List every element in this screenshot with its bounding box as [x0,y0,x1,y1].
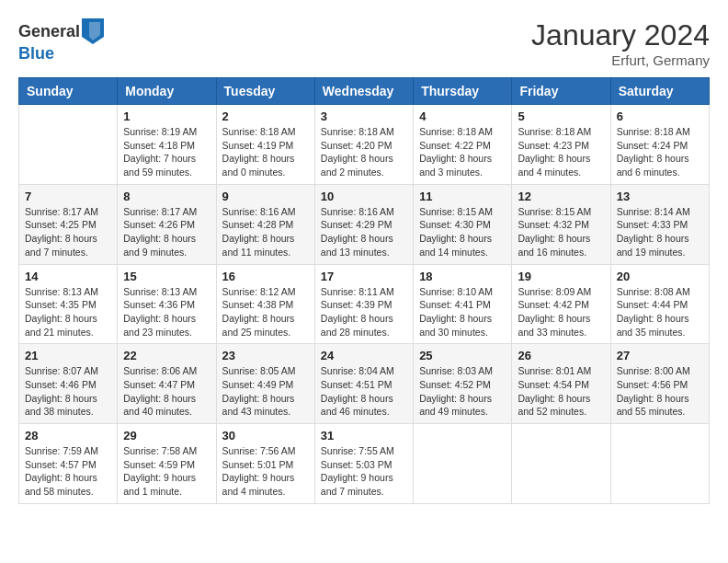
day-number: 24 [321,349,407,362]
logo-text: General Blue [18,18,104,63]
day-info: Sunrise: 8:18 AM Sunset: 4:19 PM Dayligh… [222,125,309,179]
header-wednesday: Wednesday [314,78,413,105]
month-year-title: January 2024 [531,18,710,52]
day-cell: 17Sunrise: 8:11 AM Sunset: 4:39 PM Dayli… [314,264,413,344]
day-cell: 11Sunrise: 8:15 AM Sunset: 4:30 PM Dayli… [414,184,512,264]
day-info: Sunrise: 8:10 AM Sunset: 4:41 PM Dayligh… [419,285,506,339]
day-info: Sunrise: 7:59 AM Sunset: 4:57 PM Dayligh… [25,444,111,499]
day-number: 21 [25,349,111,362]
day-number: 11 [419,190,506,203]
day-info: Sunrise: 8:17 AM Sunset: 4:25 PM Dayligh… [25,205,111,259]
day-info: Sunrise: 8:18 AM Sunset: 4:24 PM Dayligh… [617,125,703,179]
day-cell [512,424,610,504]
week-row-1: 1Sunrise: 8:19 AM Sunset: 4:18 PM Daylig… [19,105,710,185]
week-row-4: 21Sunrise: 8:07 AM Sunset: 4:46 PM Dayli… [19,344,710,424]
logo-general: General [18,22,80,41]
day-info: Sunrise: 8:14 AM Sunset: 4:33 PM Dayligh… [617,205,703,259]
day-number: 22 [123,349,210,362]
title-block: January 2024 Erfurt, Germany [531,18,710,68]
header-saturday: Saturday [610,78,709,105]
day-cell: 10Sunrise: 8:16 AM Sunset: 4:29 PM Dayli… [314,184,413,264]
day-number: 31 [321,429,407,442]
day-info: Sunrise: 8:16 AM Sunset: 4:29 PM Dayligh… [321,205,407,259]
day-info: Sunrise: 8:13 AM Sunset: 4:36 PM Dayligh… [123,285,210,339]
week-row-5: 28Sunrise: 7:59 AM Sunset: 4:57 PM Dayli… [19,424,710,504]
week-row-2: 7Sunrise: 8:17 AM Sunset: 4:25 PM Daylig… [19,184,710,264]
day-number: 17 [321,270,407,283]
day-cell: 12Sunrise: 8:15 AM Sunset: 4:32 PM Dayli… [512,184,610,264]
day-number: 6 [617,109,703,123]
day-cell [610,424,709,504]
day-cell: 21Sunrise: 8:07 AM Sunset: 4:46 PM Dayli… [19,344,118,424]
page-header: General Blue January 2024 Erfurt, German… [18,18,710,68]
day-info: Sunrise: 7:58 AM Sunset: 4:59 PM Dayligh… [123,444,210,499]
day-number: 20 [617,270,703,283]
header-thursday: Thursday [414,78,512,105]
day-info: Sunrise: 8:16 AM Sunset: 4:28 PM Dayligh… [222,205,309,259]
day-cell: 13Sunrise: 8:14 AM Sunset: 4:33 PM Dayli… [610,184,709,264]
day-info: Sunrise: 8:08 AM Sunset: 4:44 PM Dayligh… [617,285,703,339]
day-info: Sunrise: 8:12 AM Sunset: 4:38 PM Dayligh… [222,285,309,339]
day-cell: 15Sunrise: 8:13 AM Sunset: 4:36 PM Dayli… [118,264,216,344]
day-cell: 29Sunrise: 7:58 AM Sunset: 4:59 PM Dayli… [118,424,216,504]
day-info: Sunrise: 7:55 AM Sunset: 5:03 PM Dayligh… [321,444,407,499]
day-number: 1 [123,109,210,123]
day-cell: 25Sunrise: 8:03 AM Sunset: 4:52 PM Dayli… [414,344,512,424]
day-number: 13 [617,190,703,203]
day-number: 9 [222,190,309,203]
day-cell: 23Sunrise: 8:05 AM Sunset: 4:49 PM Dayli… [216,344,314,424]
day-number: 26 [518,349,604,362]
day-cell [19,105,118,185]
day-cell: 24Sunrise: 8:04 AM Sunset: 4:51 PM Dayli… [314,344,413,424]
day-number: 19 [518,270,604,283]
day-info: Sunrise: 8:09 AM Sunset: 4:42 PM Dayligh… [518,285,604,339]
day-cell: 18Sunrise: 8:10 AM Sunset: 4:41 PM Dayli… [414,264,512,344]
day-number: 30 [222,429,309,442]
day-cell: 7Sunrise: 8:17 AM Sunset: 4:25 PM Daylig… [19,184,118,264]
header-friday: Friday [512,78,610,105]
day-cell: 31Sunrise: 7:55 AM Sunset: 5:03 PM Dayli… [314,424,413,504]
day-info: Sunrise: 7:56 AM Sunset: 5:01 PM Dayligh… [222,444,309,499]
day-number: 16 [222,270,309,283]
day-number: 5 [518,109,604,123]
day-cell: 28Sunrise: 7:59 AM Sunset: 4:57 PM Dayli… [19,424,118,504]
header-monday: Monday [118,78,216,105]
day-info: Sunrise: 8:00 AM Sunset: 4:56 PM Dayligh… [617,364,703,419]
day-info: Sunrise: 8:05 AM Sunset: 4:49 PM Dayligh… [222,364,309,419]
day-info: Sunrise: 8:18 AM Sunset: 4:20 PM Dayligh… [321,125,407,179]
location-subtitle: Erfurt, Germany [531,52,710,68]
calendar-header-row: SundayMondayTuesdayWednesdayThursdayFrid… [19,78,710,105]
logo-blue: Blue [18,44,54,63]
day-info: Sunrise: 8:15 AM Sunset: 4:30 PM Dayligh… [419,205,506,259]
day-number: 29 [123,429,210,442]
day-info: Sunrise: 8:18 AM Sunset: 4:23 PM Dayligh… [518,125,604,179]
week-row-3: 14Sunrise: 8:13 AM Sunset: 4:35 PM Dayli… [19,264,710,344]
day-cell: 3Sunrise: 8:18 AM Sunset: 4:20 PM Daylig… [314,105,413,185]
day-info: Sunrise: 8:15 AM Sunset: 4:32 PM Dayligh… [518,205,604,259]
day-number: 28 [25,429,111,442]
day-info: Sunrise: 8:04 AM Sunset: 4:51 PM Dayligh… [321,364,407,419]
header-sunday: Sunday [19,78,118,105]
day-number: 12 [518,190,604,203]
day-number: 8 [123,190,210,203]
day-info: Sunrise: 8:03 AM Sunset: 4:52 PM Dayligh… [419,364,506,419]
day-info: Sunrise: 8:11 AM Sunset: 4:39 PM Dayligh… [321,285,407,339]
day-number: 2 [222,109,309,123]
day-cell: 9Sunrise: 8:16 AM Sunset: 4:28 PM Daylig… [216,184,314,264]
day-number: 27 [617,349,703,362]
day-info: Sunrise: 8:06 AM Sunset: 4:47 PM Dayligh… [123,364,210,419]
day-number: 15 [123,270,210,283]
day-number: 23 [222,349,309,362]
day-cell: 1Sunrise: 8:19 AM Sunset: 4:18 PM Daylig… [118,105,216,185]
day-info: Sunrise: 8:07 AM Sunset: 4:46 PM Dayligh… [25,364,111,419]
day-number: 4 [419,109,506,123]
day-cell [414,424,512,504]
header-tuesday: Tuesday [216,78,314,105]
day-number: 18 [419,270,506,283]
day-cell: 4Sunrise: 8:18 AM Sunset: 4:22 PM Daylig… [414,105,512,185]
day-info: Sunrise: 8:13 AM Sunset: 4:35 PM Dayligh… [25,285,111,339]
day-number: 25 [419,349,506,362]
logo-icon [82,18,104,44]
day-cell: 8Sunrise: 8:17 AM Sunset: 4:26 PM Daylig… [118,184,216,264]
day-cell: 14Sunrise: 8:13 AM Sunset: 4:35 PM Dayli… [19,264,118,344]
